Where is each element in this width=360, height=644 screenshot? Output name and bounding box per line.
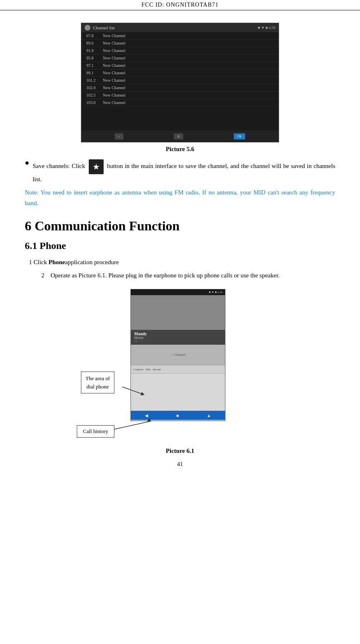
phone-tab-area: Contacts Dial Recent [131,365,225,374]
star-icon-box: ★ [89,159,104,174]
save-channels-before: Save channels: Click [33,163,85,169]
step-1: 1 Click Phoneapplication procedure [29,257,335,268]
phone-status-bar: ■ ▼ ■ 4:38 [209,291,223,294]
phone-middle: ← Channel [131,345,225,365]
header-title: FCC ID: ONGNITROTAB71 [141,2,218,8]
footer-btn-1: ≡ [115,133,123,140]
footer-btn-ok: OK [234,133,245,140]
step-2: 2 Operate as Picture 6.1. Please plug in… [41,270,335,281]
phone-contact-area: Mandy Mobile +1 ··· ··· [131,295,225,345]
step1-bold: Phone [49,259,65,265]
svg-line-1 [114,421,151,429]
phone-figure-wrap: ■ ▼ ■ 4:38 Mandy Mobile +1 ··· ··· ← Cha… [77,289,283,446]
callout-call-history-text: Call history [83,428,108,434]
recents-icon: ▲ [207,413,211,418]
callout-dial-text-line2: dial phone [86,384,109,390]
channel-list-header: Channel list ■ ▼ ■ 4:38 [81,23,279,32]
channel-row: 102.0New Channel [81,84,279,92]
note-text: Note: You need to insert earphone as ant… [25,187,335,208]
footer-btn-2: ⊞ [174,133,183,140]
channel-row: 102.5New Channel [81,92,279,99]
bullet-dot: ● [25,159,29,167]
subsection-61-heading: 6.1 Phone [25,240,335,251]
phone-contact-name: Mandy [134,331,222,336]
callout-call-history: Call history [77,425,114,438]
channel-list-title: Channel list [93,25,115,30]
channel-row: 67.8New Channel [81,32,279,40]
step2-text: Operate as Picture 6.1. Please plug in t… [51,272,280,279]
channel-row: 91.8New Channel [81,47,279,54]
section-6-heading: 6 Communication Function [25,218,335,234]
bullet-section: ● Save channels: Click ★ button in the m… [25,159,335,184]
callout-dial-text-line1: The area of [85,375,110,381]
channel-row: 97.1New Channel [81,62,279,69]
phone-tab: Contacts Dial Recent [133,368,161,371]
channel-row: 95.8New Channel [81,54,279,62]
step2-num: 2 [41,272,49,279]
phone-contact-name-bar: Mandy Mobile +1 ··· ··· [131,330,225,345]
channel-list-footer: ≡ ⊞ OK [81,130,279,142]
page-number: 41 [25,461,335,472]
figure-61-caption: Picture 6.1 [166,447,194,455]
page-content: Channel list ■ ▼ ■ 4:38 67.8New Channel … [0,10,360,480]
back-icon: ◀ [145,413,148,418]
channel-list-screenshot: Channel list ■ ▼ ■ 4:38 67.8New Channel … [81,23,279,142]
star-icon: ★ [92,162,100,171]
phone-bottom-bar: ◀ ■ ▲ [131,411,225,420]
figure-56: Channel list ■ ▼ ■ 4:38 67.8New Channel … [25,23,335,153]
page-header: FCC ID: ONGNITROTAB71 [0,0,360,10]
phone-contact-sub: Mobile [134,336,222,340]
phone-middle-text: ← Channel [171,353,186,357]
step1-rest: application procedure [65,259,119,265]
home-icon: ■ [176,413,179,418]
channel-row: 101.2New Channel [81,77,279,84]
callout-dial-phone: The area of dial phone [81,372,114,393]
phone-top-bar: ■ ▼ ■ 4:38 [131,289,225,295]
phone-contact-num: +1 ··· ··· [134,340,222,343]
bullet-save-channels: ● Save channels: Click ★ button in the m… [25,159,335,184]
channel-row: 103.0New Channel [81,99,279,107]
phone-dial-area [131,374,225,411]
channel-row: 99.1New Channel [81,69,279,77]
figure-61-container: ■ ▼ ■ 4:38 Mandy Mobile +1 ··· ··· ← Cha… [25,289,335,455]
app-icon [85,25,90,31]
phone-screenshot: ■ ▼ ■ 4:38 Mandy Mobile +1 ··· ··· ← Cha… [130,289,225,421]
save-channels-text: Save channels: Click ★ button in the mai… [33,159,335,184]
step1-text-before: 1 Click [29,259,49,265]
status-bar: ■ ▼ ■ 4:38 [258,26,275,30]
channel-row: 89.6New Channel [81,40,279,47]
figure-56-caption: Picture 5.6 [166,146,194,153]
